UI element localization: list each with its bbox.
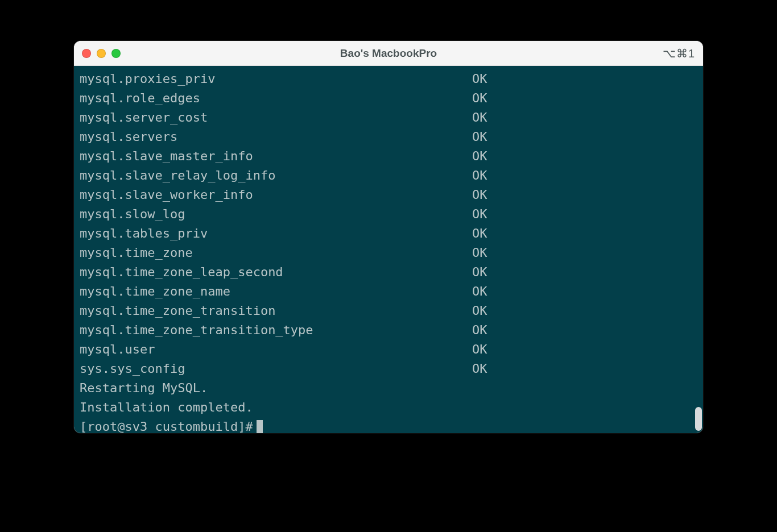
table-status: OK [472,147,487,166]
table-name: mysql.time_zone_leap_second [80,263,472,282]
minimize-button[interactable] [97,49,106,58]
terminal-message: Installation completed. [80,398,697,417]
terminal-body[interactable]: mysql.proxies_privOKmysql.role_edgesOKmy… [74,66,703,433]
table-status: OK [472,263,487,282]
terminal-row: mysql.slave_master_infoOK [80,147,697,166]
table-status: OK [472,243,487,263]
table-status: OK [472,340,487,359]
terminal-row: mysql.time_zoneOK [80,243,697,263]
terminal-message: Restarting MySQL. [80,379,697,398]
terminal-row: mysql.time_zone_transition_typeOK [80,321,697,340]
terminal-row: mysql.time_zone_leap_secondOK [80,263,697,282]
terminal-row: mysql.userOK [80,340,697,359]
window-title: Bao's MacbookPro [340,47,437,60]
terminal-row: mysql.time_zone_transitionOK [80,301,697,321]
table-status: OK [472,166,487,185]
terminal-row: mysql.server_costOK [80,108,697,127]
table-name: mysql.slave_worker_info [80,185,472,205]
window-shortcut-label: ⌥⌘1 [663,47,695,60]
terminal-row: mysql.tables_privOK [80,224,697,243]
table-name: mysql.time_zone [80,243,472,263]
table-status: OK [472,127,487,147]
terminal-row: mysql.time_zone_nameOK [80,282,697,301]
table-name: mysql.role_edges [80,89,472,108]
table-name: mysql.tables_priv [80,224,472,243]
scrollbar-track[interactable] [695,66,702,433]
close-button[interactable] [82,49,91,58]
table-name: mysql.slave_master_info [80,147,472,166]
table-status: OK [472,89,487,108]
table-name: mysql.server_cost [80,108,472,127]
table-name: mysql.proxies_priv [80,69,472,89]
table-name: mysql.user [80,340,472,359]
scrollbar-thumb[interactable] [695,407,702,431]
cursor-icon [257,420,263,433]
table-name: mysql.time_zone_transition_type [80,321,472,340]
terminal-output: mysql.proxies_privOKmysql.role_edgesOKmy… [80,69,697,433]
table-status: OK [472,282,487,301]
terminal-row: mysql.slow_logOK [80,205,697,224]
table-status: OK [472,321,487,340]
table-status: OK [472,108,487,127]
terminal-row: mysql.slave_relay_log_infoOK [80,166,697,185]
table-status: OK [472,69,487,89]
terminal-prompt-line[interactable]: [root@sv3 custombuild]# [80,417,697,433]
table-status: OK [472,185,487,205]
table-name: mysql.slave_relay_log_info [80,166,472,185]
table-name: mysql.time_zone_name [80,282,472,301]
terminal-row: mysql.role_edgesOK [80,89,697,108]
table-status: OK [472,301,487,321]
terminal-row: sys.sys_configOK [80,359,697,379]
terminal-window: Bao's MacbookPro ⌥⌘1 mysql.proxies_privO… [74,41,703,433]
terminal-row: mysql.serversOK [80,127,697,147]
table-name: mysql.servers [80,127,472,147]
terminal-row: mysql.slave_worker_infoOK [80,185,697,205]
table-status: OK [472,359,487,379]
table-status: OK [472,205,487,224]
traffic-lights [82,49,121,58]
maximize-button[interactable] [111,49,121,58]
table-name: mysql.slow_log [80,205,472,224]
terminal-row: mysql.proxies_privOK [80,69,697,89]
titlebar[interactable]: Bao's MacbookPro ⌥⌘1 [74,41,703,66]
table-name: mysql.time_zone_transition [80,301,472,321]
table-name: sys.sys_config [80,359,472,379]
table-status: OK [472,224,487,243]
terminal-prompt: [root@sv3 custombuild]# [80,417,253,433]
